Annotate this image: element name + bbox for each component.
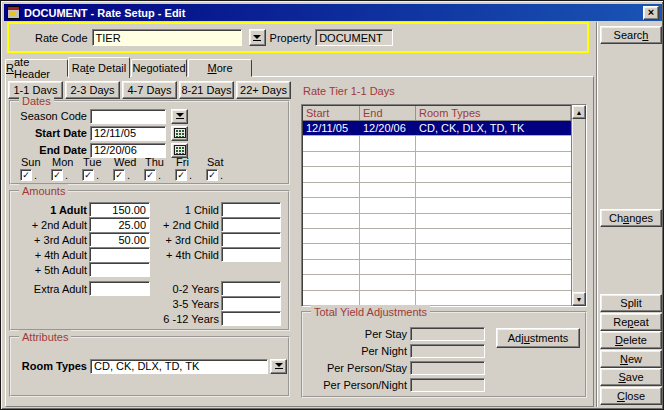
yield-row: Per Stay [307, 325, 485, 342]
amount-label: + 3rd Adult [15, 234, 87, 246]
table-row[interactable] [303, 275, 571, 290]
child-2-input[interactable] [221, 217, 281, 232]
grid-cell [416, 183, 571, 197]
close-button[interactable]: Close [600, 387, 662, 405]
day-checkbox-fri[interactable]: ✓ [175, 169, 187, 181]
table-row[interactable] [303, 214, 571, 229]
adult-4-input[interactable] [89, 247, 150, 262]
rate-code-lov-button[interactable] [249, 29, 266, 46]
tab-4-7-days[interactable]: 4-7 Days [122, 81, 177, 99]
attributes-group: Attributes Room Types CD, CK, DLX, TD, T… [9, 336, 290, 397]
scroll-down-button[interactable]: ▼ [572, 292, 586, 306]
per-stay-field[interactable] [410, 327, 485, 341]
tab-8-21-days[interactable]: 8-21 Days [179, 81, 234, 99]
room-types-input[interactable]: CD, CK, DLX, TD, TK [90, 359, 268, 374]
app-icon [7, 6, 20, 19]
window-close-button[interactable]: × [643, 6, 659, 20]
table-row[interactable] [303, 260, 571, 275]
per-person-night-field[interactable] [410, 378, 485, 392]
day-checkbox-tue[interactable]: ✓ [82, 169, 94, 181]
scroll-down-icon: ▼ [576, 296, 583, 303]
check-icon: ✓ [53, 171, 61, 180]
season-code-input[interactable] [90, 109, 166, 124]
weekday-label: Mon [52, 156, 82, 168]
search-button[interactable]: Search [600, 26, 662, 44]
table-row[interactable] [303, 152, 571, 167]
table-row[interactable] [303, 198, 571, 213]
check-icon: ✓ [146, 171, 154, 180]
child-1-input[interactable] [221, 202, 281, 217]
day-checkbox-thu[interactable]: ✓ [144, 169, 156, 181]
scroll-track[interactable] [572, 119, 586, 292]
grid-cell [416, 244, 571, 258]
yield-label: Per Person/Stay [307, 362, 407, 374]
yield-label: Per Night [307, 345, 407, 357]
adult-3-input[interactable]: 50.00 [89, 232, 150, 247]
delete-button[interactable]: Delete [600, 331, 662, 349]
start-date-calendar-button[interactable] [171, 126, 188, 141]
table-row[interactable]: 12/11/05 12/20/06 CD, CK, DLX, TD, TK [303, 121, 571, 136]
per-night-field[interactable] [410, 344, 485, 358]
years-6-12-input[interactable] [221, 311, 281, 326]
rate-code-input[interactable]: TIER [92, 29, 242, 46]
tab-rate-header[interactable]: Rate Header [5, 59, 68, 77]
grid-cell [360, 244, 416, 258]
scroll-up-button[interactable]: ▲ [572, 105, 586, 119]
table-row[interactable] [303, 167, 571, 182]
adult-1-input[interactable]: 150.00 [89, 202, 150, 217]
table-row[interactable] [303, 136, 571, 151]
property-field[interactable]: DOCUMENT [315, 29, 393, 46]
table-row[interactable] [303, 291, 571, 306]
tab-rate-detail[interactable]: Rate Detail [68, 57, 130, 78]
weekday-label: Tue [83, 156, 113, 168]
calendar-icon [174, 145, 186, 155]
grid-cell [416, 275, 571, 289]
split-button[interactable]: Split [600, 294, 662, 312]
tab-22-plus-days[interactable]: 22+ Days [236, 81, 291, 99]
grid-cell [416, 152, 571, 166]
day-checkbox-wed[interactable]: ✓ [113, 169, 125, 181]
day-checkbox-mon[interactable]: ✓ [51, 169, 63, 181]
amount-row: + 3rd Child [145, 232, 281, 247]
tab-negotiated[interactable]: Negotiated [131, 59, 187, 77]
day-checkbox-sun[interactable]: ✓ [20, 169, 32, 181]
day-checkbox-sat[interactable]: ✓ [206, 169, 218, 181]
yield-row: Per Person/Night [307, 376, 485, 393]
adjustments-button[interactable]: Adjustments [496, 328, 580, 348]
rate-tier-title: Rate Tier 1-1 Days [303, 85, 395, 97]
extra-adult-input[interactable] [89, 281, 150, 296]
grid-cell [303, 183, 360, 197]
amount-label: + 2nd Adult [15, 219, 87, 231]
yield-row: Per Person/Stay [307, 359, 485, 376]
child-3-input[interactable] [221, 232, 281, 247]
room-types-lov-button[interactable] [270, 359, 287, 374]
adult-5-input[interactable] [89, 262, 150, 277]
table-row[interactable] [303, 229, 571, 244]
amount-row: + 2nd Child [145, 217, 281, 232]
amount-label: + 4th Adult [15, 249, 87, 261]
lov-bar-icon [176, 118, 184, 119]
per-person-stay-field[interactable] [410, 361, 485, 375]
adult-2-input[interactable]: 25.00 [89, 217, 150, 232]
grid-cell [360, 214, 416, 228]
season-code-lov-button[interactable] [171, 109, 188, 124]
start-date-input[interactable]: 12/11/05 [90, 126, 166, 141]
table-row[interactable] [303, 183, 571, 198]
years-3-5-input[interactable] [221, 296, 281, 311]
child-4-input[interactable] [221, 247, 281, 262]
yield-legend: Total Yield Adjustments [311, 305, 430, 319]
new-button[interactable]: New [600, 350, 662, 368]
save-button[interactable]: Save [600, 368, 662, 386]
grid-scrollbar[interactable]: ▲ ▼ [571, 105, 586, 306]
tab-more[interactable]: More [188, 59, 252, 77]
lov-arrow-icon [275, 363, 283, 367]
changes-button[interactable]: Changes [600, 209, 662, 227]
weekday-label: Wed [114, 156, 144, 168]
years-0-2-input[interactable] [221, 281, 281, 296]
grid-cell [416, 229, 571, 243]
table-row[interactable] [303, 244, 571, 259]
repeat-button[interactable]: Repeat [600, 313, 662, 331]
tab-2-3-days[interactable]: 2-3 Days [65, 81, 120, 99]
check-icon: ✓ [115, 171, 123, 180]
check-icon: ✓ [208, 171, 216, 180]
